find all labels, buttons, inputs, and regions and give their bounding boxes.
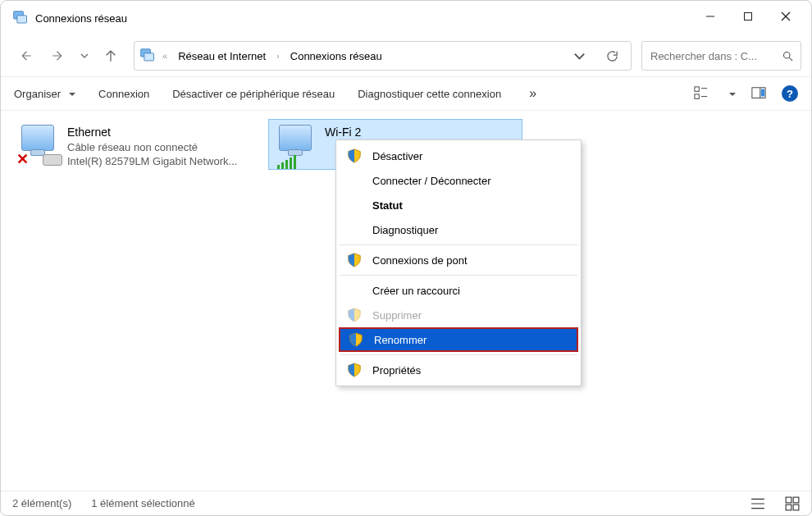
- address-bar[interactable]: « Réseau et Internet › Connexions réseau: [134, 41, 632, 71]
- help-button[interactable]: ?: [782, 85, 798, 102]
- diagnose-label: Diagnostiquer cette connexion: [358, 88, 501, 100]
- context-menu: Désactiver Connecter / Déconnecter Statu…: [335, 139, 582, 386]
- chevron-down-icon: [726, 88, 736, 100]
- svg-rect-14: [695, 94, 699, 98]
- ethernet-icon: ✕: [18, 125, 59, 164]
- forward-button[interactable]: [43, 41, 73, 71]
- svg-rect-3: [745, 13, 752, 21]
- connection-label: Connexion: [98, 88, 149, 100]
- svg-rect-26: [793, 505, 799, 510]
- more-commands[interactable]: »: [524, 86, 541, 101]
- preview-pane-button[interactable]: [750, 85, 767, 102]
- ctx-bridge[interactable]: Connexions de pont: [336, 248, 581, 272]
- connection-name: Ethernet: [67, 125, 237, 140]
- ctx-delete: Supprimer: [336, 303, 581, 327]
- up-button[interactable]: [96, 41, 125, 71]
- connection-item-ethernet[interactable]: ✕ Ethernet Câble réseau non connecté Int…: [11, 119, 265, 175]
- breadcrumb-separator: ›: [275, 51, 281, 61]
- shield-icon: [346, 253, 363, 267]
- ctx-label: Renommer: [374, 334, 569, 346]
- organize-menu[interactable]: Organiser: [14, 88, 75, 100]
- shield-icon: [348, 332, 364, 347]
- ctx-label: Créer un raccourci: [372, 285, 571, 297]
- disable-device-label: Désactiver ce périphérique réseau: [172, 88, 335, 100]
- svg-rect-19: [761, 89, 765, 97]
- ctx-disable[interactable]: Désactiver: [336, 144, 581, 168]
- breadcrumb-network-connections[interactable]: Connexions réseau: [286, 48, 386, 65]
- disable-device-command[interactable]: Désactiver ce périphérique réseau: [172, 88, 335, 100]
- content-area: ✕ Ethernet Câble réseau non connecté Int…: [1, 111, 811, 491]
- connection-text: Wi-Fi 2: [317, 125, 361, 140]
- ctx-create-shortcut[interactable]: Créer un raccourci: [336, 278, 581, 303]
- svg-point-11: [784, 52, 791, 58]
- ctx-label: Statut: [372, 199, 571, 212]
- chevron-down-icon: [66, 88, 75, 100]
- nav-bar: « Réseau et Internet › Connexions réseau: [1, 35, 811, 76]
- connection-status: Câble réseau non connecté: [67, 140, 237, 155]
- diagnose-command[interactable]: Diagnostiquer cette connexion: [358, 88, 501, 100]
- command-bar: Organiser Connexion Désactiver ce périph…: [1, 76, 811, 111]
- menu-separator: [340, 354, 577, 355]
- tiles-view-button[interactable]: [785, 496, 800, 511]
- search-icon: [782, 50, 794, 62]
- svg-rect-1: [17, 16, 27, 23]
- shield-icon: [346, 308, 363, 322]
- history-dropdown[interactable]: [76, 41, 93, 71]
- connection-name: Wi-Fi 2: [325, 125, 361, 140]
- connection-device: Intel(R) 82579LM Gigabit Network...: [67, 154, 237, 169]
- organize-label: Organiser: [14, 88, 61, 100]
- back-button[interactable]: [11, 41, 40, 71]
- title-bar: Connexions réseau: [1, 1, 811, 35]
- svg-rect-13: [695, 87, 699, 91]
- network-location-icon: [139, 48, 156, 63]
- view-options-button[interactable]: [693, 85, 709, 102]
- breadcrumb-network-internet[interactable]: Réseau et Internet: [174, 48, 270, 65]
- address-dropdown[interactable]: [565, 42, 593, 70]
- svg-rect-23: [786, 497, 791, 503]
- window-controls: [691, 6, 805, 30]
- connection-command[interactable]: Connexion: [98, 88, 149, 100]
- ctx-label: Propriétés: [372, 364, 571, 377]
- breadcrumb-prefix: «: [161, 51, 169, 61]
- ctx-rename[interactable]: Renommer: [339, 327, 578, 352]
- ctx-label: Connecter / Déconnecter: [372, 175, 571, 187]
- control-panel-icon: [12, 11, 29, 25]
- search-input[interactable]: [649, 49, 775, 63]
- svg-rect-25: [786, 505, 791, 510]
- ctx-status[interactable]: Statut: [336, 193, 581, 217]
- menu-separator: [340, 244, 577, 245]
- maximize-button[interactable]: [729, 2, 767, 30]
- wifi-icon: [276, 125, 317, 164]
- minimize-button[interactable]: [691, 2, 729, 30]
- shield-icon: [346, 148, 363, 163]
- connection-text: Ethernet Câble réseau non connecté Intel…: [59, 125, 237, 169]
- shield-icon: [346, 363, 363, 377]
- search-box[interactable]: [641, 41, 801, 71]
- menu-separator: [340, 275, 577, 276]
- ctx-label: Diagnostiquer: [372, 224, 571, 236]
- status-selection-count: 1 élément sélectionné: [91, 497, 194, 509]
- status-item-count: 2 élément(s): [12, 497, 71, 509]
- details-view-button[interactable]: [750, 496, 765, 511]
- refresh-button[interactable]: [598, 42, 626, 70]
- status-bar: 2 élément(s) 1 élément sélectionné: [1, 491, 811, 515]
- ctx-connect-disconnect[interactable]: Connecter / Déconnecter: [336, 168, 581, 193]
- ctx-label: Supprimer: [372, 309, 571, 322]
- ctx-diagnose[interactable]: Diagnostiquer: [336, 217, 581, 242]
- close-button[interactable]: [767, 2, 805, 30]
- ctx-label: Connexions de pont: [372, 254, 571, 267]
- ctx-properties[interactable]: Propriétés: [336, 358, 581, 382]
- svg-line-12: [789, 57, 792, 61]
- ctx-label: Désactiver: [372, 150, 571, 162]
- svg-rect-24: [793, 497, 799, 503]
- window-title: Connexions réseau: [35, 12, 691, 25]
- svg-rect-10: [144, 53, 154, 61]
